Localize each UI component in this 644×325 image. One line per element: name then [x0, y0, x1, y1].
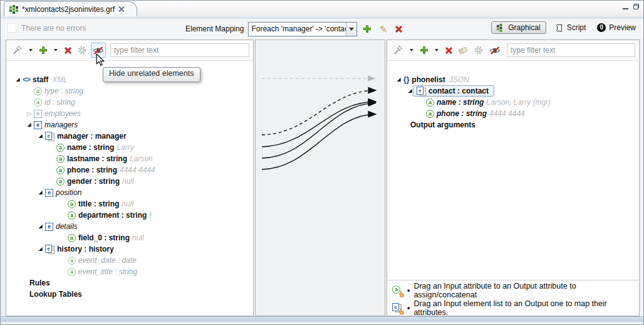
- attribute-icon: [56, 166, 65, 174]
- gear-icon: [474, 45, 484, 55]
- wand-icon: [393, 45, 403, 55]
- tab-close-icon[interactable]: [118, 6, 124, 12]
- tree-item-name[interactable]: name : stringLarry: [6, 142, 253, 153]
- minimize-icon[interactable]: [623, 3, 628, 9]
- auto-map-button[interactable]: [10, 43, 24, 58]
- mapping-canvas[interactable]: [255, 40, 385, 316]
- attribute-icon: [56, 155, 65, 163]
- preview-view-button[interactable]: 0 Preview: [595, 22, 638, 33]
- attribute-icon: [34, 87, 42, 95]
- tree-item-phonelist[interactable]: phonelistJSON: [387, 74, 639, 85]
- mapping-arrow-phone-phone[interactable]: [262, 114, 376, 169]
- mapping-arrow-name-name[interactable]: [262, 102, 376, 147]
- tree-item-id[interactable]: id : string: [6, 97, 253, 108]
- auto-map-menu-arrow[interactable]: [26, 43, 36, 58]
- clear-mapping-button[interactable]: [456, 43, 470, 58]
- script-view-button[interactable]: Script: [553, 22, 589, 34]
- add-node-menu-arrow[interactable]: [51, 43, 61, 58]
- expander-icon[interactable]: [25, 122, 33, 127]
- element-icon: [45, 223, 53, 231]
- tree-item-phone[interactable]: phone : string4444 4444: [6, 164, 253, 176]
- attribute-icon: [56, 144, 65, 152]
- expander-icon[interactable]: [395, 77, 403, 82]
- tree-item-managers[interactable]: managers: [6, 119, 253, 131]
- auto-map-menu-arrow[interactable]: [407, 43, 417, 58]
- tree-item-contact[interactable]: contact : contact: [387, 85, 639, 97]
- tree-item-details[interactable]: details: [6, 221, 253, 232]
- hand-icon: [398, 290, 405, 297]
- attribute-icon: [68, 257, 76, 265]
- tree-item-type[interactable]: type : string: [6, 85, 253, 97]
- auto-map-button[interactable]: [391, 43, 405, 58]
- tree-item-lookup-tables[interactable]: Lookup Tables: [6, 289, 253, 300]
- tree-item-employees[interactable]: employees: [6, 108, 253, 119]
- tree-item-history[interactable]: history : history: [6, 243, 253, 255]
- status-box-icon: [7, 23, 16, 33]
- tree-item-lastname[interactable]: lastname : stringLarson: [6, 153, 253, 164]
- element-icon: [34, 110, 42, 118]
- attribute-icon: [34, 99, 42, 107]
- element-list-icon: [45, 245, 55, 253]
- tree-item-output-arguments[interactable]: Output arguments: [387, 119, 639, 131]
- mapping-arrow-lastname-name[interactable]: [262, 103, 376, 158]
- restore-icon[interactable]: [633, 4, 639, 9]
- add-node-button[interactable]: [38, 43, 49, 58]
- hide-unrelated-button[interactable]: [487, 43, 502, 58]
- hint-text: Drag an Input element list to an Output …: [413, 299, 634, 317]
- expander-icon[interactable]: [25, 111, 33, 117]
- mapping-arrows: [256, 40, 385, 316]
- hint-element-list-drag: • Drag an Input element list to an Outpu…: [392, 299, 634, 317]
- input-tree: staffXML type : string id : string emplo…: [6, 61, 253, 316]
- graphical-view-button[interactable]: Graphical: [491, 21, 546, 34]
- tree-item-rules[interactable]: Rules: [6, 277, 253, 289]
- mapping-dropdown[interactable]: Foreach 'manager' -> 'contac: [248, 22, 357, 36]
- expander-icon[interactable]: [36, 134, 44, 139]
- input-filter-field[interactable]: [110, 43, 249, 57]
- add-node-menu-arrow[interactable]: [432, 43, 442, 58]
- editor-tab[interactable]: *xmlcontacts2jsoninvites.grf: [4, 1, 137, 16]
- attribute-icon: [68, 211, 76, 220]
- element-list-drag-icon: [392, 303, 403, 314]
- expander-icon[interactable]: [36, 190, 44, 195]
- clover-graph-icon: [9, 5, 18, 14]
- tree-item-field-0[interactable]: field_0 : stringnull: [6, 232, 253, 243]
- tree-item-title[interactable]: title : stringnull: [6, 198, 253, 210]
- mapping-arrow-manager-contact[interactable]: [262, 90, 376, 135]
- delete-icon: [395, 26, 402, 33]
- tree-item-out-name[interactable]: name : stringLarson, Larry (mgr): [387, 97, 639, 108]
- dropdown-arrow-icon[interactable]: [346, 23, 356, 36]
- element-mapping-label: Element Mapping: [185, 24, 244, 33]
- delete-icon: [65, 47, 71, 54]
- element-icon: [34, 121, 42, 129]
- tree-item-event-date[interactable]: event_date : date: [6, 255, 253, 266]
- output-panel: phonelistJSON contact : contact name : s…: [387, 40, 640, 316]
- add-mapping-button[interactable]: [361, 21, 373, 36]
- tooltip: Hide unrelated elements: [103, 67, 200, 82]
- delete-mapping-button[interactable]: [393, 21, 404, 36]
- remove-node-button[interactable]: [444, 43, 454, 58]
- selected-node[interactable]: contact : contact: [413, 85, 494, 97]
- attribute-icon: [56, 178, 65, 186]
- wand-icon: [12, 45, 22, 55]
- tab-bar: *xmlcontacts2jsoninvites.grf: [1, 1, 643, 17]
- expander-icon[interactable]: [36, 224, 44, 229]
- settings-button[interactable]: [472, 43, 486, 58]
- tree-item-event-title[interactable]: event_title : string: [6, 266, 253, 277]
- tree-item-department[interactable]: department : stringI: [6, 210, 253, 221]
- expander-icon[interactable]: [36, 247, 44, 252]
- gear-icon: [77, 45, 87, 55]
- eye-slash-icon: [489, 46, 501, 55]
- attribute-icon: [68, 200, 76, 208]
- output-filter-field[interactable]: [507, 43, 635, 57]
- tree-item-position[interactable]: position: [6, 187, 253, 198]
- add-node-button[interactable]: [418, 43, 430, 58]
- output-tree: phonelistJSON contact : contact name : s…: [387, 61, 639, 279]
- edit-mapping-button[interactable]: ✎: [377, 21, 389, 36]
- settings-button[interactable]: [75, 43, 89, 58]
- tree-item-gender[interactable]: gender : stringnull: [6, 176, 253, 187]
- tree-item-out-phone[interactable]: phone : string4444 4444: [387, 108, 639, 119]
- tree-item-manager[interactable]: manager : manager: [6, 131, 253, 142]
- expander-icon[interactable]: [14, 77, 22, 82]
- json-root-icon: [403, 75, 409, 84]
- remove-node-button[interactable]: [63, 43, 73, 58]
